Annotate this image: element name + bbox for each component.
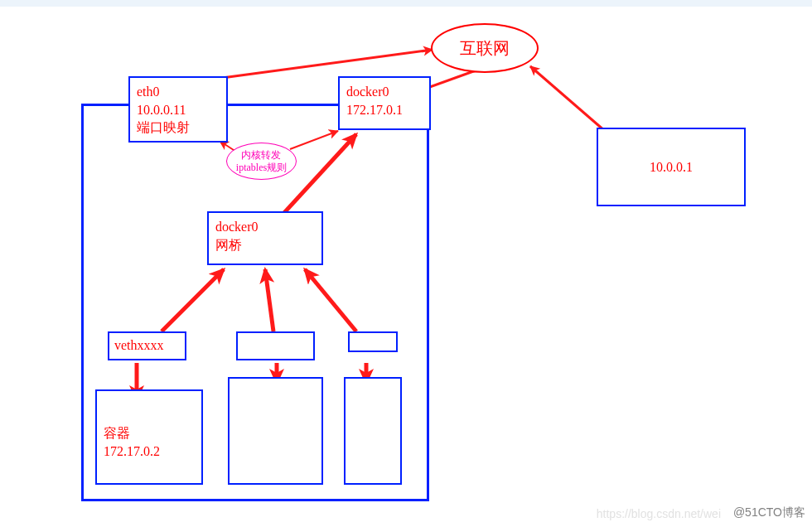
docker0-bridge-type: 网桥 [215,236,315,254]
docker0-top-box: docker0 172.17.0.1 [338,76,431,130]
kernel-ellipse: 内核转发 iptables规则 [226,143,297,180]
gateway-ip: 10.0.0.1 [650,158,693,176]
svg-line-0 [222,50,433,78]
eth0-ip: 10.0.0.11 [137,101,220,119]
diagram-canvas: 互联网 eth0 10.0.0.11 端口映射 docker0 172.17.0… [0,0,812,527]
docker0-top-ip: 172.17.0.1 [346,101,423,119]
container-box-1: 容器 172.17.0.2 [95,389,203,485]
eth0-name: eth0 [137,83,220,101]
eth0-box: eth0 10.0.0.11 端口映射 [128,76,228,143]
veth-box-3 [348,331,398,352]
kernel-line2: iptables规则 [236,162,287,173]
veth-box-1: vethxxxx [108,331,186,360]
docker0-top-name: docker0 [346,83,423,101]
veth-box-2 [236,331,315,360]
container-box-2 [228,377,323,485]
watermark-dark: @51CTO博客 [733,505,805,520]
veth-label: vethxxxx [114,338,164,352]
container-box-3 [344,377,402,485]
internet-node: 互联网 [431,23,539,73]
watermark-faint: https://blog.csdn.net/wei [597,507,721,520]
docker0-bridge-box: docker0 网桥 [207,211,323,265]
internet-label: 互联网 [460,37,510,60]
kernel-line1: 内核转发 [236,149,287,161]
container-ip: 172.17.0.2 [104,442,195,461]
docker0-bridge-name: docker0 [215,218,315,236]
eth0-portmap: 端口映射 [137,118,220,137]
gateway-box: 10.0.0.1 [597,128,746,206]
container-name: 容器 [104,424,195,442]
svg-line-2 [530,66,605,131]
